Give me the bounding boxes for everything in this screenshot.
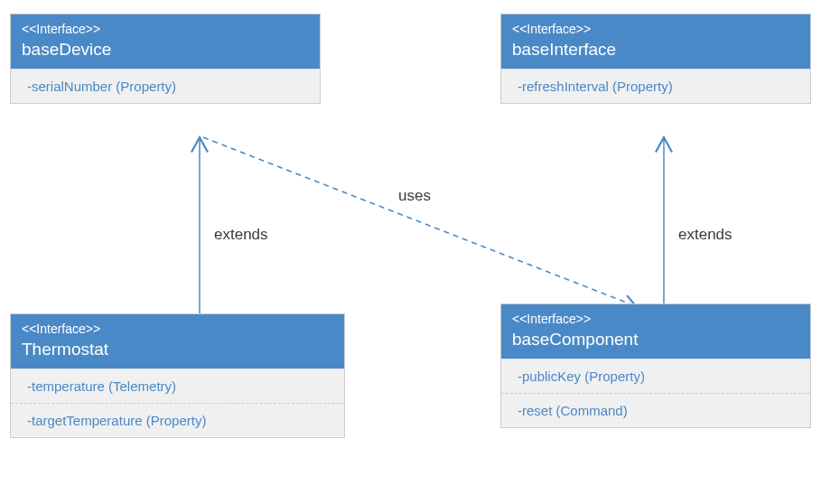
classname-baseinterface: baseInterface	[512, 40, 799, 60]
stereotype-label: <<Interface>>	[512, 312, 799, 326]
stereotype-label: <<Interface>>	[22, 322, 333, 336]
uml-header-basecomponent: <<Interface>> baseComponent	[501, 304, 810, 359]
label-extends-left: extends	[214, 226, 268, 244]
uml-header-baseinterface: <<Interface>> baseInterface	[501, 14, 810, 69]
uml-property-targettemperature: -targetTemperature (Property)	[11, 403, 344, 437]
uml-box-baseinterface: <<Interface>> baseInterface -refreshInte…	[500, 14, 811, 104]
uml-header-basedevice: <<Interface>> baseDevice	[11, 14, 320, 69]
classname-thermostat: Thermostat	[22, 340, 333, 359]
label-extends-right: extends	[678, 226, 732, 244]
uml-property-publickey: -publicKey (Property)	[501, 359, 810, 393]
uml-body-basedevice: -serialNumber (Property)	[11, 69, 320, 103]
uml-body-baseinterface: -refreshInterval (Property)	[501, 69, 810, 103]
uml-property-temperature: -temperature (Telemetry)	[11, 369, 344, 403]
classname-basecomponent: baseComponent	[512, 330, 799, 350]
uml-box-thermostat: <<Interface>> Thermostat -temperature (T…	[10, 313, 345, 438]
uml-property-reset: -reset (Command)	[501, 393, 810, 427]
uml-body-thermostat: -temperature (Telemetry) -targetTemperat…	[11, 369, 344, 437]
uml-box-basedevice: <<Interface>> baseDevice -serialNumber (…	[10, 14, 321, 104]
stereotype-label: <<Interface>>	[512, 22, 799, 36]
classname-basedevice: baseDevice	[22, 40, 309, 60]
uml-box-basecomponent: <<Interface>> baseComponent -publicKey (…	[500, 303, 811, 428]
uml-property-refreshinterval: -refreshInterval (Property)	[501, 69, 810, 103]
uml-body-basecomponent: -publicKey (Property) -reset (Command)	[501, 359, 810, 427]
label-uses: uses	[398, 187, 431, 205]
uml-property-serialnumber: -serialNumber (Property)	[11, 69, 320, 103]
stereotype-label: <<Interface>>	[22, 22, 309, 36]
uses-arrow	[203, 137, 636, 306]
uml-header-thermostat: <<Interface>> Thermostat	[11, 314, 344, 369]
